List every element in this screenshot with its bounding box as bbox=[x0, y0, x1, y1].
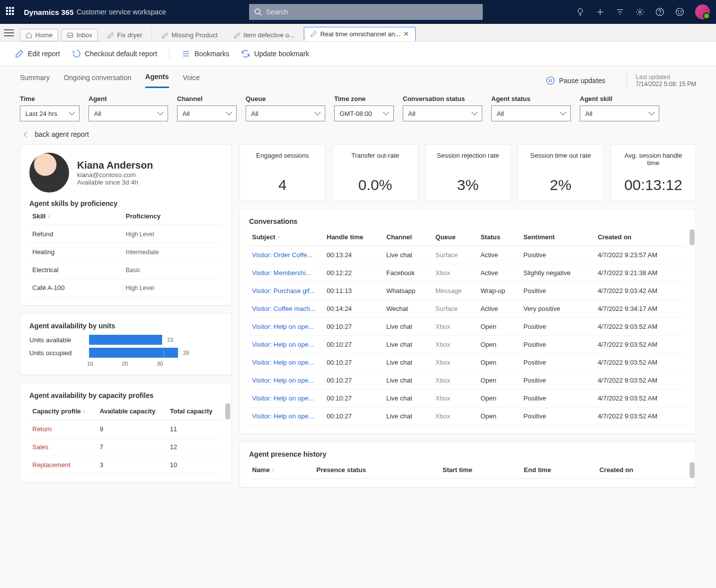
col-end-time[interactable]: End time bbox=[521, 461, 597, 479]
table-row[interactable]: HeatingIntermediate bbox=[29, 243, 222, 261]
update-bookmark-button[interactable]: Update bookmark bbox=[241, 49, 309, 58]
navtab-summary[interactable]: Summary bbox=[20, 74, 50, 88]
col-subject[interactable]: Subject↑ bbox=[249, 228, 324, 246]
tab-home[interactable]: Home bbox=[20, 29, 58, 41]
col-sentiment[interactable]: Sentiment bbox=[521, 228, 595, 246]
subject-link[interactable]: Visitor: Purchase gif... bbox=[252, 287, 315, 294]
select-time[interactable]: Last 24 hrs bbox=[20, 105, 80, 121]
table-row[interactable]: Visitor: Help on ope... 00:10:27 Live ch… bbox=[249, 390, 687, 407]
filter-icon[interactable] bbox=[616, 7, 625, 16]
table-row[interactable]: Visitor: Help on ope... 00:10:27 Live ch… bbox=[249, 336, 687, 354]
created-cell: 4/7/2022 9:03:52 AM bbox=[595, 390, 687, 407]
filter-bar: Time Last 24 hrs Agent All Channel All Q… bbox=[0, 88, 716, 128]
settings-icon[interactable] bbox=[635, 7, 644, 16]
handle-cell: 00:10:27 bbox=[324, 354, 383, 372]
subject-link[interactable]: Visitor: Help on ope... bbox=[252, 359, 314, 366]
bookmarks-button[interactable]: Bookmarks bbox=[181, 49, 229, 58]
filter-label: Conversation status bbox=[403, 95, 482, 102]
command-bar: Edit report Checkout default report Book… bbox=[0, 42, 716, 66]
subject-link[interactable]: Visitor: Order Coffe... bbox=[252, 251, 313, 259]
table-row[interactable]: ElectricalBasic bbox=[29, 261, 222, 279]
table-row[interactable]: Replacement310 bbox=[29, 456, 222, 474]
select-agent-status[interactable]: All bbox=[491, 105, 571, 121]
tab-missing-product[interactable]: Missing Product bbox=[155, 28, 224, 41]
tab-inbox[interactable]: Inbox bbox=[61, 29, 98, 41]
tab-realtime-omnichannel[interactable]: Real time omnichannel an... ✕ bbox=[304, 27, 416, 41]
col-presence-status[interactable]: Presence status bbox=[313, 461, 440, 479]
scrollbar-thumb[interactable] bbox=[225, 403, 230, 419]
col-skill[interactable]: Skill↑ bbox=[29, 207, 123, 225]
table-row[interactable]: Visitor: Help on ope... 00:10:27 Live ch… bbox=[249, 407, 687, 425]
scrollbar-thumb[interactable] bbox=[690, 462, 695, 478]
subject-cell: Visitor: Help on ope... bbox=[249, 318, 324, 336]
scrollbar-thumb[interactable] bbox=[690, 229, 695, 245]
table-row[interactable]: Return911 bbox=[29, 420, 222, 438]
search-input[interactable] bbox=[266, 8, 478, 16]
table-row[interactable]: RefundHigh Level bbox=[29, 225, 222, 243]
subject-link[interactable]: Visitor: Membershi... bbox=[252, 269, 311, 277]
select-channel[interactable]: All bbox=[177, 105, 237, 121]
select-conv-status[interactable]: All bbox=[403, 105, 482, 121]
close-icon[interactable]: ✕ bbox=[403, 30, 409, 38]
svg-line-1 bbox=[260, 13, 262, 15]
brand-sub: Customer service workspace bbox=[77, 8, 166, 16]
col-proficiency[interactable]: Proficiency bbox=[123, 207, 222, 225]
select-agent-skill[interactable]: All bbox=[580, 105, 659, 121]
table-row[interactable]: Visitor: Help on ope... 00:10:27 Live ch… bbox=[249, 318, 687, 336]
navtab-agents[interactable]: Agents bbox=[145, 73, 169, 88]
status-cell: Open bbox=[477, 318, 520, 336]
select-agent[interactable]: All bbox=[89, 105, 168, 121]
table-row[interactable]: Café A-100High Level bbox=[29, 279, 222, 297]
col-queue[interactable]: Queue bbox=[433, 228, 478, 246]
col-created[interactable]: Created on bbox=[595, 228, 687, 246]
back-link[interactable]: back agent report bbox=[0, 128, 716, 142]
hamburger-icon[interactable] bbox=[4, 29, 14, 36]
table-row[interactable]: Visitor: Membershi... 00:12:22 Facebook … bbox=[249, 264, 687, 282]
col-handle-time[interactable]: Handle time bbox=[324, 228, 383, 246]
subject-link[interactable]: Visitor: Help on ope... bbox=[252, 341, 314, 348]
filter-label: Agent skill bbox=[580, 95, 659, 102]
col-capacity-profile[interactable]: Capacity profile↑ bbox=[29, 402, 96, 420]
lightbulb-icon[interactable] bbox=[576, 7, 585, 16]
add-icon[interactable] bbox=[596, 7, 605, 16]
table-row[interactable]: Visitor: Help on ope... 00:10:27 Live ch… bbox=[249, 354, 687, 372]
created-cell: 4/7/2022 9:23:57 AM bbox=[595, 246, 687, 264]
presence-table: Name↑ Presence status Start time End tim… bbox=[249, 461, 687, 479]
table-row[interactable]: Visitor: Order Coffe... 00:13:24 Live ch… bbox=[249, 246, 687, 264]
table-row[interactable]: Sales712 bbox=[29, 438, 222, 456]
queue-cell: Xbox bbox=[433, 318, 478, 336]
col-name[interactable]: Name↑ bbox=[249, 461, 313, 479]
last-updated: Last updated 7/14/2022 5:08: 15 PM bbox=[626, 74, 696, 88]
col-created-on[interactable]: Created on bbox=[596, 461, 687, 479]
col-total-capacity[interactable]: Total capacity bbox=[167, 402, 222, 420]
subject-link[interactable]: Visitor: Help on ope... bbox=[252, 323, 314, 330]
global-search[interactable] bbox=[249, 4, 483, 20]
pause-updates-button[interactable]: Pause updates bbox=[546, 76, 605, 85]
chevron-down-icon bbox=[70, 110, 74, 117]
subject-link[interactable]: Visitor: Help on ope... bbox=[252, 377, 314, 384]
tab-item-defective[interactable]: Item defective o... bbox=[227, 28, 301, 41]
col-status[interactable]: Status bbox=[477, 228, 520, 246]
subject-link[interactable]: Visitor: Help on ope... bbox=[252, 412, 314, 420]
select-queue[interactable]: All bbox=[246, 105, 325, 121]
app-launcher-icon[interactable] bbox=[6, 7, 16, 17]
col-start-time[interactable]: Start time bbox=[440, 461, 521, 479]
select-timezone[interactable]: GMT-08:00 bbox=[334, 105, 394, 121]
tab-fix-dryer[interactable]: Fix dryer bbox=[101, 28, 149, 41]
user-avatar[interactable] bbox=[695, 4, 710, 19]
edit-report-button[interactable]: Edit report bbox=[15, 49, 60, 58]
subject-link[interactable]: Visitor: Help on ope... bbox=[252, 394, 314, 402]
subject-link[interactable]: Visitor: Coffee mach... bbox=[252, 305, 315, 312]
checkout-default-button[interactable]: Checkout default report bbox=[72, 49, 158, 58]
sentiment-cell: Positive bbox=[521, 318, 595, 336]
col-available-capacity[interactable]: Available capacity bbox=[96, 402, 167, 420]
navtab-ongoing[interactable]: Ongoing conversation bbox=[64, 74, 131, 88]
cmd-label: Checkout default report bbox=[85, 50, 158, 58]
table-row[interactable]: Visitor: Coffee mach... 00:14:24 Wechat … bbox=[249, 300, 687, 318]
col-channel[interactable]: Channel bbox=[383, 228, 433, 246]
table-row[interactable]: Visitor: Help on ope... 00:10:27 Live ch… bbox=[249, 372, 687, 390]
feedback-icon[interactable] bbox=[675, 7, 684, 16]
navtab-voice[interactable]: Voice bbox=[183, 74, 200, 88]
help-icon[interactable] bbox=[655, 7, 664, 16]
table-row[interactable]: Visitor: Purchase gif... 00:11:13 Whatsa… bbox=[249, 282, 687, 300]
